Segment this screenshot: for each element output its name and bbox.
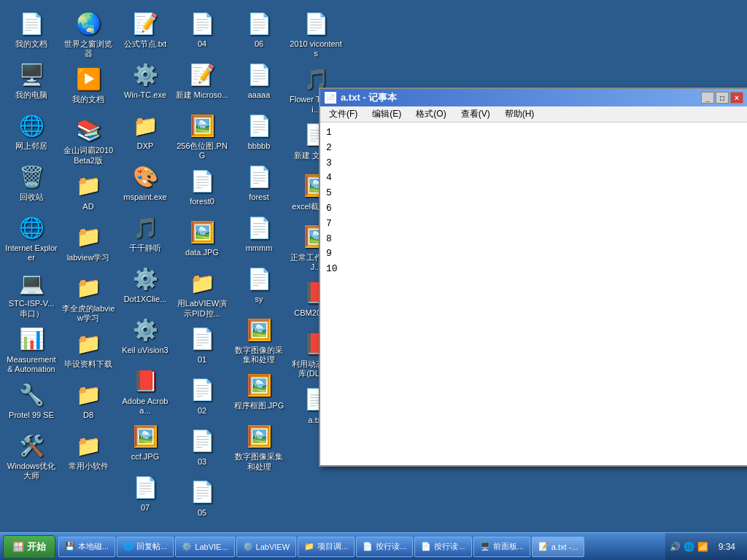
content-line-7: 7: [326, 217, 742, 232]
content-line-9: 9: [326, 246, 742, 262]
tray-volume-icon: 🔊: [670, 542, 681, 552]
icon-ccf[interactable]: 🖼️ ccf.JPG: [117, 419, 174, 470]
taskbar-item-frontpanel[interactable]: 🖥️ 前面板...: [473, 537, 530, 557]
icon-browser[interactable]: 🌏 世界之窗浏览器: [60, 6, 117, 61]
icon-network[interactable]: 🌐 网上邻居: [3, 108, 60, 159]
icon-03[interactable]: 📄 03: [174, 424, 231, 475]
icon-windows-opt[interactable]: 🛠️ Windows优化大师: [3, 428, 60, 483]
icon-forest0[interactable]: 📄 forest0: [174, 163, 231, 214]
taskbar-item-labview2[interactable]: ⚙️ LabVIEW: [236, 537, 296, 557]
icon-d8[interactable]: 📁 D8: [60, 377, 117, 428]
icon-01[interactable]: 📄 01: [174, 322, 231, 373]
notepad-titlebar: 📄 a.txt - 记事本 _ □ ×: [320, 89, 747, 106]
content-line-1: 1: [326, 125, 742, 141]
minimize-button[interactable]: _: [701, 92, 714, 104]
icon-mmmm[interactable]: 📄 mmmm: [231, 210, 287, 261]
taskbar-item-labview1[interactable]: ⚙️ LabVIE...: [175, 537, 234, 557]
start-button[interactable]: 🪟 开始: [3, 535, 55, 559]
icon-forest[interactable]: 📄 forest: [231, 159, 287, 210]
icon-labview-pid[interactable]: 📁 用LabVIEW演示PID控...: [174, 265, 231, 321]
icon-aaaaa[interactable]: 📄 aaaaa: [231, 57, 287, 108]
icon-06[interactable]: 📄 06: [231, 6, 287, 57]
icon-measurement[interactable]: 📊 Measurement & Automation: [3, 322, 60, 377]
tray-network-icon: 🌐: [684, 542, 694, 552]
icon-04[interactable]: 📄 04: [174, 6, 231, 57]
icon-labview-study[interactable]: 📁 labview学习: [60, 219, 117, 271]
titlebar-buttons: _ □ ×: [701, 92, 743, 104]
icon-02[interactable]: 📄 02: [174, 373, 231, 424]
icon-media-player[interactable]: ▶️ 我的文档: [60, 61, 117, 112]
notepad-content[interactable]: 1 2 3 4 5 6 7 8 9 10: [320, 122, 747, 465]
taskbar-item-ie[interactable]: 🌐 回复帖...: [117, 537, 174, 557]
icon-qianqian[interactable]: 🎵 千千静听: [117, 210, 174, 261]
menu-view[interactable]: 查看(V): [455, 106, 496, 122]
taskbar-item-atxt[interactable]: 📝 a.txt -...: [532, 537, 585, 557]
icon-ad[interactable]: 📁 AD: [60, 168, 117, 219]
icon-vicontents[interactable]: 📄 2010 vicontents: [287, 6, 344, 61]
rows2-icon: 📄: [421, 542, 431, 551]
icon-ie[interactable]: 🌐 Internet Explorer: [3, 210, 60, 265]
close-button[interactable]: ×: [730, 92, 743, 104]
maximize-button[interactable]: □: [716, 92, 729, 104]
icon-dot1xclie[interactable]: ⚙️ Dot1XClie...: [117, 261, 174, 312]
start-label: 开始: [27, 540, 46, 553]
local-disk-icon: 💾: [65, 542, 75, 551]
icon-new-word[interactable]: 📝 新建 Microso...: [174, 57, 231, 108]
content-line-8: 8: [326, 232, 742, 247]
menu-format[interactable]: 格式(O): [410, 106, 452, 122]
taskbar-item-local-disk[interactable]: 💾 本地磁...: [58, 537, 115, 557]
icon-256bmp[interactable]: 🖼️ 256色位图.PNG: [174, 108, 231, 163]
icon-protel[interactable]: 🔧 Protel 99 SE: [3, 377, 60, 428]
content-line-4: 4: [326, 171, 742, 186]
labview1-icon: ⚙️: [182, 542, 192, 551]
start-icon: 🪟: [12, 541, 24, 552]
icon-chengxu[interactable]: 🖼️ 程序框图.JPG: [231, 368, 287, 419]
labview2-icon: ⚙️: [243, 542, 253, 551]
menu-edit[interactable]: 编辑(E): [366, 106, 407, 122]
taskbar-items: 💾 本地磁... 🌐 回复帖... ⚙️ LabVIE... ⚙️ LabVIE…: [58, 537, 665, 557]
icon-gongshi[interactable]: 📝 公式节点.txt: [117, 6, 174, 57]
icon-shuzi2[interactable]: 🖼️ 数字图像采集和处理: [231, 419, 287, 474]
icon-bbbbb[interactable]: 📄 bbbbb: [231, 108, 287, 159]
icon-keil[interactable]: ⚙️ Keil uVision3: [117, 312, 174, 363]
menu-file[interactable]: 文件(F): [323, 106, 363, 122]
icon-data-jpg[interactable]: 🖼️ data.JPG: [174, 214, 231, 265]
icon-mspaint[interactable]: 🎨 mspaint.exe: [117, 159, 174, 210]
taskbar-tray: 🔊 🌐 📶 9:34: [665, 533, 747, 560]
menu-help[interactable]: 帮助(H): [499, 106, 541, 122]
icon-dxp[interactable]: 📁 DXP: [117, 108, 174, 159]
content-line-3: 3: [326, 156, 742, 171]
taskbar-item-project1[interactable]: 📁 项目调...: [298, 537, 355, 557]
icon-my-docs[interactable]: 📄 我的文档: [3, 6, 60, 57]
content-line-2: 2: [326, 141, 742, 156]
icon-win-tc[interactable]: ⚙️ Win-TC.exe: [117, 57, 174, 108]
notepad-app-icon: 📄: [325, 92, 336, 104]
notepad-window: 📄 a.txt - 记事本 _ □ × 文件(F) 编辑(E) 格式(O) 查看…: [319, 88, 747, 467]
icon-07[interactable]: 📄 07: [117, 470, 174, 521]
taskbar: 🪟 开始 💾 本地磁... 🌐 回复帖... ⚙️ LabVIE... ⚙️ L…: [0, 532, 747, 560]
icon-label-my-docs: 我的文档: [15, 39, 47, 49]
content-line-10: 10: [326, 262, 742, 277]
tray-wifi-icon: 📶: [697, 542, 708, 552]
icon-changyong[interactable]: 📁 常用小软件: [60, 428, 117, 479]
taskbar-clock: 9:34: [711, 542, 743, 552]
icon-liqh-labview[interactable]: 📁 李全虎的labview学习: [60, 271, 117, 326]
notepad-title: a.txt - 记事本: [341, 91, 397, 104]
icon-adobe[interactable]: 📕 Adobe Acroba...: [117, 363, 174, 419]
taskbar-item-rows2[interactable]: 📄 按行读...: [414, 537, 471, 557]
icon-recycle[interactable]: 🗑️ 回收站: [3, 159, 60, 210]
icon-my-computer[interactable]: 🖥️ 我的电脑: [3, 57, 60, 108]
icon-sy[interactable]: 📄 sy: [231, 261, 287, 312]
icon-shuzi-img[interactable]: 🖼️ 数字图像的采集和处理: [231, 312, 287, 368]
icon-05[interactable]: 📄 05: [174, 475, 231, 526]
frontpanel-icon: 🖥️: [480, 542, 490, 551]
project1-icon: 📁: [304, 542, 314, 551]
rows1-icon: 📄: [363, 542, 373, 551]
taskbar-item-rows1[interactable]: 📄 按行读...: [356, 537, 413, 557]
ie-icon: 🌐: [123, 542, 133, 551]
content-line-5: 5: [326, 186, 742, 201]
icon-jinshan[interactable]: 📚 金山词霸2010 Beta2版: [60, 112, 117, 168]
atxt-icon: 📝: [538, 542, 549, 551]
icon-biyeshe[interactable]: 📁 毕设资料下载: [60, 326, 117, 377]
icon-stc[interactable]: 💻 STC-ISP-V... 串口）: [3, 265, 60, 321]
